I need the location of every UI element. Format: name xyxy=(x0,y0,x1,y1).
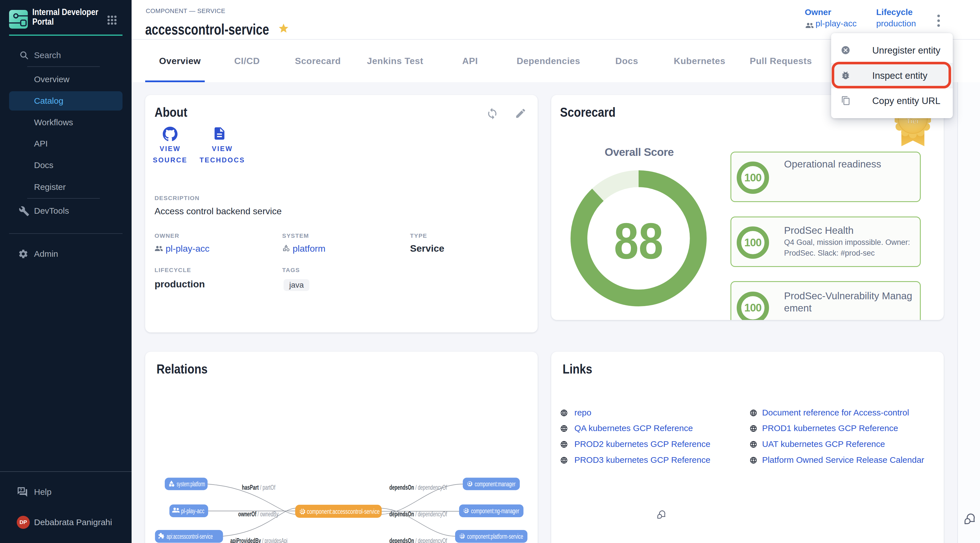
svg-text:apiProvidedBy / providesApi: apiProvidedBy / providesApi xyxy=(230,537,288,543)
svg-text:dependsOn / dependencyOf: dependsOn / dependencyOf xyxy=(389,484,447,491)
svg-text:ownerOf / ownedBy: ownerOf / ownedBy xyxy=(238,510,278,518)
svg-text:dependsOn / dependencyOf: dependsOn / dependencyOf xyxy=(389,510,447,518)
svg-text:component:accesscontrol-servic: component:accesscontrol-service xyxy=(307,508,380,515)
svg-text:component:ng-manager: component:ng-manager xyxy=(471,507,519,514)
svg-text:dependsOn / dependencyOf: dependsOn / dependencyOf xyxy=(389,537,447,543)
svg-text:hasPart / partOf: hasPart / partOf xyxy=(242,484,275,491)
svg-text:component:manager: component:manager xyxy=(475,480,515,488)
svg-text:api:accesscontrol-service: api:accesscontrol-service xyxy=(167,533,213,540)
svg-text:pl-play-acc: pl-play-acc xyxy=(181,507,204,514)
svg-text:component:platform-service: component:platform-service xyxy=(467,533,523,540)
svg-text:?: ? xyxy=(19,487,22,492)
svg-text:Tier: Tier xyxy=(906,117,919,125)
svg-text:system:platform: system:platform xyxy=(177,480,205,488)
